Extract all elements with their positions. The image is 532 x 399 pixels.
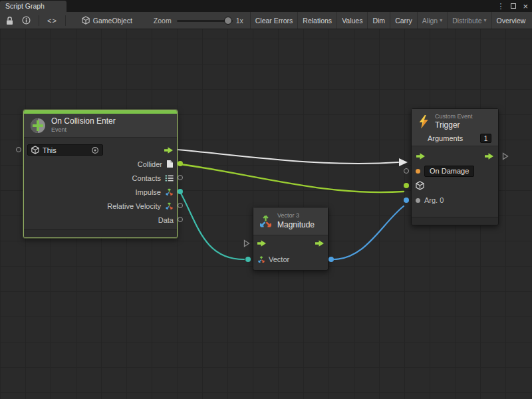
event-name-row: On Damage xyxy=(412,164,498,178)
string-dot-icon xyxy=(416,169,420,174)
node-category: Vector 3 xyxy=(277,212,315,219)
target-row xyxy=(412,178,498,193)
magnitude-node[interactable]: Vector 3 Magnitude Vector xyxy=(253,207,329,271)
relative-velocity-output-port[interactable] xyxy=(178,203,183,208)
node-category: Custom Event xyxy=(435,113,473,120)
document-icon xyxy=(166,160,174,168)
distribute-label: Distribute xyxy=(452,17,481,25)
flow-input-arrow-icon[interactable] xyxy=(416,152,426,160)
node-title: On Collision Enter xyxy=(51,116,116,126)
align-label: Align xyxy=(422,17,438,25)
align-dropdown[interactable]: Align ▾ xyxy=(417,12,447,29)
target-row: This xyxy=(24,143,177,157)
node-subtitle: Event xyxy=(51,126,116,134)
maximize-icon[interactable] xyxy=(511,3,516,9)
node-title: Trigger xyxy=(435,120,473,130)
vector3-icon xyxy=(165,188,174,196)
port-label: Arg. 0 xyxy=(424,196,444,204)
lightning-icon xyxy=(417,114,430,130)
collider-output-port[interactable] xyxy=(178,161,183,166)
zoom-value: 1x xyxy=(236,17,243,25)
node-footer xyxy=(24,229,177,237)
trigger-node-header: Custom Event Trigger Arguments 1 xyxy=(412,109,498,146)
wire-magnitude[interactable] xyxy=(333,206,404,259)
target-self-field[interactable]: This xyxy=(27,144,103,156)
script-graph-tab[interactable]: Script Graph xyxy=(0,1,66,12)
event-name-field[interactable]: On Damage xyxy=(424,166,474,177)
flow-output-arrow-icon[interactable] xyxy=(484,152,494,160)
list-icon xyxy=(165,174,174,182)
gameobject-icon xyxy=(82,16,90,25)
graph-toolbar: <> GameObject Zoom 1x Clear Errors Relat… xyxy=(0,12,532,29)
flow-entry-triangle-icon[interactable] xyxy=(243,239,250,247)
event-icon xyxy=(29,117,47,134)
port-label: Relative Velocity xyxy=(107,202,161,210)
vector3-icon xyxy=(257,255,265,263)
window-menu-icon[interactable]: ⋮ xyxy=(497,3,504,10)
wire-flow[interactable] xyxy=(178,150,398,164)
trigger-node[interactable]: Custom Event Trigger Arguments 1 xyxy=(411,108,499,225)
flow-output-arrow-icon[interactable] xyxy=(164,146,174,154)
target-value: This xyxy=(43,146,88,154)
distribute-dropdown[interactable]: Distribute ▾ xyxy=(447,12,491,29)
output-row-collider: Collider xyxy=(24,157,177,171)
port-label: Contacts xyxy=(132,174,161,182)
trigger-node-body: On Damage Arg. 0 xyxy=(412,146,498,207)
code-view-icon[interactable]: <> xyxy=(47,17,57,25)
arg0-row: Arg. 0 xyxy=(412,193,498,207)
arguments-row: Arguments 1 xyxy=(417,134,493,143)
gameobject-label: GameObject xyxy=(93,17,132,25)
cube-icon xyxy=(31,146,39,154)
wire-impulse[interactable] xyxy=(180,192,244,259)
flow-arrowhead-icon xyxy=(399,158,408,166)
data-output-port[interactable] xyxy=(178,217,183,222)
target-input-port[interactable] xyxy=(16,147,21,152)
clear-errors-button[interactable]: Clear Errors xyxy=(250,12,298,29)
target-icon[interactable] xyxy=(91,146,99,154)
graph-canvas[interactable]: On Collision Enter Event This Collider xyxy=(0,29,532,399)
flow-input-arrow-icon[interactable] xyxy=(257,239,267,247)
output-row-relative-velocity: Relative Velocity xyxy=(24,199,177,213)
output-row-contacts: Contacts xyxy=(24,171,177,185)
info-icon[interactable] xyxy=(22,16,31,25)
zoom-label: Zoom xyxy=(154,17,172,25)
relations-button[interactable]: Relations xyxy=(297,12,336,29)
vector3-icon xyxy=(259,214,273,228)
port-label: Collider xyxy=(138,160,162,168)
zoom-slider[interactable] xyxy=(177,12,233,29)
values-button[interactable]: Values xyxy=(336,12,367,29)
close-icon[interactable]: × xyxy=(523,2,528,11)
flow-row xyxy=(253,235,328,251)
port-label: Vector xyxy=(269,255,289,263)
vector-input-row: Vector xyxy=(253,251,328,267)
carry-button[interactable]: Carry xyxy=(390,12,417,29)
lock-icon[interactable] xyxy=(5,16,14,25)
flow-row xyxy=(412,149,498,164)
port-label: Impulse xyxy=(135,188,161,196)
magnitude-node-header: Vector 3 Magnitude xyxy=(253,207,328,235)
arguments-count-field[interactable]: 1 xyxy=(480,134,491,143)
node-title: Magnitude xyxy=(277,220,315,230)
output-row-impulse: Impulse xyxy=(24,185,177,199)
overview-button[interactable]: Overview xyxy=(491,12,531,29)
event-node-header: On Collision Enter Event xyxy=(24,114,177,138)
zoom-slider-knob[interactable] xyxy=(224,17,232,25)
vector3-icon xyxy=(165,201,174,210)
event-node[interactable]: On Collision Enter Event This Collider xyxy=(23,110,178,238)
flow-output-arrow-icon[interactable] xyxy=(315,239,325,247)
tab-bar: Script Graph ⋮ × xyxy=(0,0,532,12)
flow-exit-triangle-icon[interactable] xyxy=(502,152,509,160)
value-dot-icon xyxy=(416,198,420,203)
script-graph-window: Script Graph ⋮ × <> GameObject Zoom 1x xyxy=(0,0,532,399)
contacts-output-port[interactable] xyxy=(178,175,183,180)
impulse-output-port[interactable] xyxy=(178,189,183,194)
output-row-data: Data xyxy=(24,213,177,227)
node-footer xyxy=(412,217,498,225)
dim-button[interactable]: Dim xyxy=(367,12,390,29)
event-node-body: This Collider Contacts xyxy=(24,138,177,227)
wire-collider[interactable] xyxy=(180,164,404,192)
magnitude-output-port[interactable] xyxy=(329,257,334,262)
vector-input-port[interactable] xyxy=(245,257,251,262)
gameobject-selector[interactable]: GameObject xyxy=(82,16,132,25)
window-controls: ⋮ × xyxy=(497,0,528,12)
